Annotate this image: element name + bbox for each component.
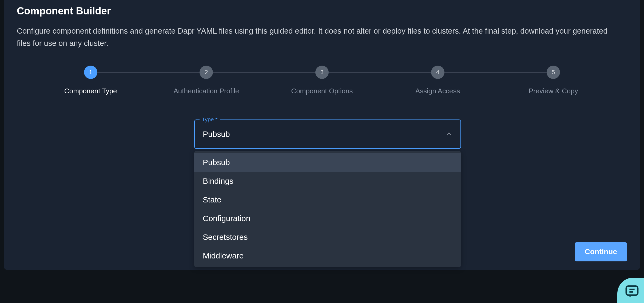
- type-select-value: Pubsub: [203, 130, 230, 139]
- page-title: Component Builder: [17, 5, 627, 17]
- step-label-4: Assign Access: [415, 87, 460, 95]
- step-connector: [329, 72, 431, 73]
- step-component-type[interactable]: 1 Component Type: [33, 66, 149, 95]
- type-select[interactable]: Pubsub: [194, 119, 461, 149]
- step-label-1: Component Type: [64, 87, 117, 95]
- step-preview-copy[interactable]: 5 Preview & Copy: [495, 66, 611, 95]
- step-authentication-profile[interactable]: 2 Authentication Profile: [149, 66, 264, 95]
- step-number-2: 2: [200, 66, 213, 79]
- dropdown-option-pubsub[interactable]: Pubsub: [194, 153, 461, 172]
- dropdown-option-secretstores[interactable]: Secretstores: [194, 228, 461, 246]
- dropdown-option-configuration[interactable]: Configuration: [194, 209, 461, 228]
- step-number-1: 1: [84, 66, 97, 79]
- stepper: 1 Component Type 2 Authentication Profil…: [17, 66, 627, 95]
- dropdown-option-bindings[interactable]: Bindings: [194, 172, 461, 190]
- step-label-3: Component Options: [291, 87, 353, 95]
- step-label-5: Preview & Copy: [529, 87, 578, 95]
- dropdown-option-middleware[interactable]: Middleware: [194, 246, 461, 265]
- component-builder-panel: Component Builder Configure component de…: [4, 0, 640, 270]
- step-number-5: 5: [547, 66, 560, 79]
- step-connector: [213, 72, 315, 73]
- dropdown-option-state[interactable]: State: [194, 190, 461, 209]
- chat-fab[interactable]: [617, 278, 644, 303]
- step-assign-access[interactable]: 4 Assign Access: [380, 66, 496, 95]
- divider: [17, 106, 627, 106]
- step-label-2: Authentication Profile: [174, 87, 239, 95]
- continue-button[interactable]: Continue: [575, 242, 627, 261]
- step-connector: [97, 72, 200, 73]
- step-number-3: 3: [315, 66, 329, 79]
- type-select-container: Type * Pubsub Pubsub Bindings State Conf…: [194, 119, 461, 149]
- page-description: Configure component definitions and gene…: [17, 25, 620, 50]
- step-component-options[interactable]: 3 Component Options: [264, 66, 380, 95]
- chat-icon: [624, 284, 640, 300]
- step-connector: [444, 72, 547, 73]
- chevron-up-icon: [446, 130, 452, 138]
- type-dropdown-menu: Pubsub Bindings State Configuration Secr…: [194, 151, 461, 267]
- type-select-label: Type *: [200, 116, 220, 123]
- svg-rect-0: [626, 286, 638, 295]
- step-number-4: 4: [431, 66, 444, 79]
